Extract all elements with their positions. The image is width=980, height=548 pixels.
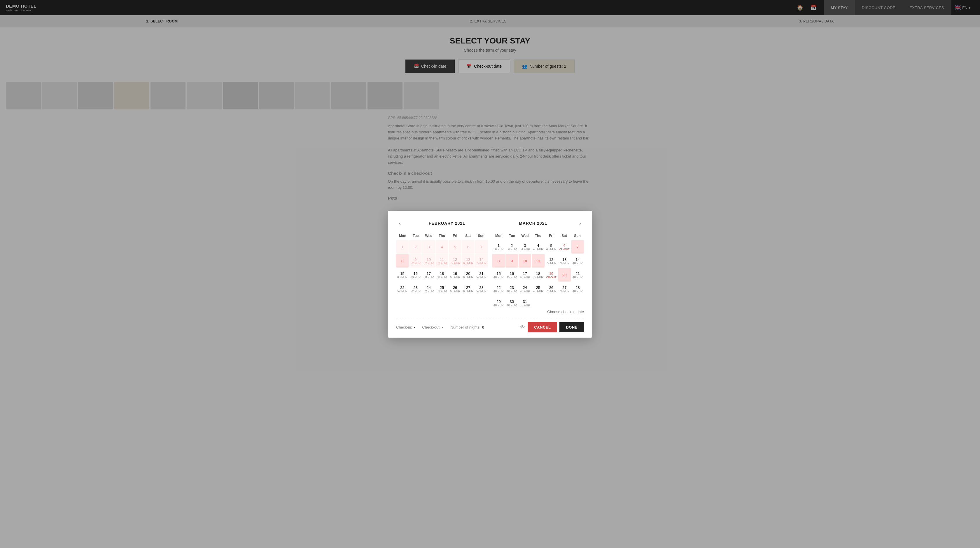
cal-cell[interactable]: 6: [462, 240, 474, 253]
cal-cell[interactable]: 7: [571, 240, 584, 253]
cal-cell[interactable]: 20: [558, 268, 571, 282]
cal-cell[interactable]: 1540 EUR: [492, 268, 505, 282]
february-calendar: Mon Tue Wed Thu Fri Sat Sun 1 2 3 4 5 6 …: [396, 233, 488, 310]
cal-cell[interactable]: 2940 EUR: [492, 296, 505, 310]
cancel-button[interactable]: CANCEL: [528, 322, 557, 332]
nights-info-value: 0: [482, 325, 484, 330]
mar-sat: Sat: [558, 233, 571, 239]
cal-cell[interactable]: 3040 EUR: [506, 296, 518, 310]
cal-cell[interactable]: 2776 EUR: [558, 282, 571, 296]
cal-cell[interactable]: 2240 EUR: [492, 282, 505, 296]
checkout-info-value: -: [442, 325, 443, 330]
cal-cell[interactable]: 1560 EUR: [396, 268, 409, 282]
cal-cell[interactable]: 2352 EUR: [409, 282, 422, 296]
cal-cell[interactable]: 1440 EUR: [571, 254, 584, 268]
cal-cell[interactable]: 1052 EUR: [422, 254, 435, 268]
cal-cell[interactable]: 1879 EUR: [532, 268, 544, 282]
cal-actions: 👁 CANCEL DONE: [520, 322, 584, 332]
done-button[interactable]: DONE: [559, 322, 584, 332]
cal-empty: [532, 296, 544, 310]
cal-cell[interactable]: 1660 EUR: [409, 268, 422, 282]
cal-cell[interactable]: 2552 EUR: [436, 282, 448, 296]
mar-tue: Tue: [506, 233, 519, 239]
calendar-modal: ‹ FEBRUARY 2021 MARCH 2021 › Mon Tue Wed…: [388, 211, 592, 338]
cal-cell[interactable]: 2140 EUR: [571, 268, 584, 282]
mar-mon: Mon: [492, 233, 506, 239]
cal-cell[interactable]: 952 EUR: [409, 254, 422, 268]
cal-cell[interactable]: 1: [396, 240, 409, 253]
feb-wed: Wed: [422, 233, 436, 239]
feb-tue: Tue: [409, 233, 422, 239]
cal-cell[interactable]: 2152 EUR: [475, 268, 488, 282]
cal-cell[interactable]: 2768 EUR: [462, 282, 474, 296]
mar-thu: Thu: [532, 233, 545, 239]
cal-cell[interactable]: 3: [422, 240, 435, 253]
cal-cell[interactable]: 2340 EUR: [506, 282, 518, 296]
cal-cell[interactable]: 3135 EUR: [519, 296, 531, 310]
cal-cell[interactable]: 2852 EUR: [475, 282, 488, 296]
feb-thu: Thu: [436, 233, 449, 239]
cal-cell[interactable]: 1279 EUR: [449, 254, 461, 268]
cal-empty: [571, 296, 584, 310]
cal-cell[interactable]: 8: [492, 254, 505, 268]
feb-mon: Mon: [396, 233, 409, 239]
cal-cell[interactable]: 1368 EUR: [462, 254, 474, 268]
cal-cell[interactable]: 1152 EUR: [436, 254, 448, 268]
cal-cell[interactable]: 8: [396, 254, 409, 268]
cal-cell[interactable]: 1740 EUR: [519, 268, 531, 282]
feb-sun: Sun: [474, 233, 488, 239]
cal-cell[interactable]: 1760 EUR: [422, 268, 435, 282]
cal-cell[interactable]: 156 EUR: [492, 240, 505, 253]
calendars: Mon Tue Wed Thu Fri Sat Sun 1 2 3 4 5 6 …: [396, 233, 584, 310]
cal-info: Check-in: - Check-out: - Number of night…: [396, 325, 484, 330]
cal-cell[interactable]: 5: [449, 240, 461, 253]
cal-cell[interactable]: 256 EUR: [506, 240, 518, 253]
cal-cell[interactable]: 7: [475, 240, 488, 253]
nights-info: Number of nights: 0: [450, 325, 484, 330]
feb-grid: 1 2 3 4 5 6 7 8 952 EUR 1052 EUR 1152 EU…: [396, 240, 488, 296]
calendar-header: ‹ FEBRUARY 2021 MARCH 2021 ›: [396, 219, 584, 228]
next-month-btn[interactable]: ›: [576, 219, 584, 228]
checkin-info-label: Check-in:: [396, 325, 412, 330]
cal-cell[interactable]: 1379 EUR: [558, 254, 571, 268]
checkout-info-label: Check-out:: [422, 325, 441, 330]
cal-cell[interactable]: 1279 EUR: [545, 254, 558, 268]
cal-cell[interactable]: 19CH-OUT: [545, 268, 558, 282]
cal-cell[interactable]: 2252 EUR: [396, 282, 409, 296]
cal-cell[interactable]: 2452 EUR: [422, 282, 435, 296]
cal-divider: [396, 319, 584, 319]
cal-cell[interactable]: 4: [436, 240, 448, 253]
mar-sun: Sun: [571, 233, 584, 239]
cal-cell[interactable]: 2840 EUR: [571, 282, 584, 296]
mar-day-names: Mon Tue Wed Thu Fri Sat Sun: [492, 233, 584, 239]
cal-empty: [558, 296, 571, 310]
cal-cell[interactable]: 1645 EUR: [506, 268, 518, 282]
cal-cell[interactable]: 2470 EUR: [519, 282, 531, 296]
cal-cell[interactable]: 2676 EUR: [545, 282, 558, 296]
cal-cell[interactable]: 2: [409, 240, 422, 253]
checkin-info-value: -: [414, 325, 415, 330]
cal-cell[interactable]: 2068 EUR: [462, 268, 474, 282]
checkin-info: Check-in: -: [396, 325, 415, 330]
eye-icon[interactable]: 👁: [520, 324, 525, 330]
cal-cell[interactable]: 1479 EUR: [475, 254, 488, 268]
cal-cell[interactable]: 2545 EUR: [532, 282, 544, 296]
cal-cell[interactable]: 11: [532, 254, 544, 268]
cal-cell[interactable]: 440 EUR: [532, 240, 544, 253]
mar-title: MARCH 2021: [490, 221, 576, 226]
checkout-info: Check-out: -: [422, 325, 443, 330]
mar-fri: Fri: [544, 233, 558, 239]
cal-cell[interactable]: 354 EUR: [519, 240, 531, 253]
cal-cell[interactable]: 1968 EUR: [449, 268, 461, 282]
cal-cell[interactable]: 10: [519, 254, 531, 268]
cal-cell[interactable]: 540 EUR: [545, 240, 558, 253]
cal-cell[interactable]: 6CH-OUT: [558, 240, 571, 253]
cal-cell[interactable]: 1868 EUR: [436, 268, 448, 282]
cal-cell[interactable]: 2668 EUR: [449, 282, 461, 296]
mar-wed: Wed: [519, 233, 532, 239]
cal-cell[interactable]: 9: [506, 254, 518, 268]
mar-grid: 156 EUR 256 EUR 354 EUR 440 EUR 540 EUR …: [492, 240, 584, 310]
cal-footer: Check-in: - Check-out: - Number of night…: [396, 322, 584, 332]
prev-month-btn[interactable]: ‹: [396, 219, 404, 228]
feb-day-names: Mon Tue Wed Thu Fri Sat Sun: [396, 233, 488, 239]
